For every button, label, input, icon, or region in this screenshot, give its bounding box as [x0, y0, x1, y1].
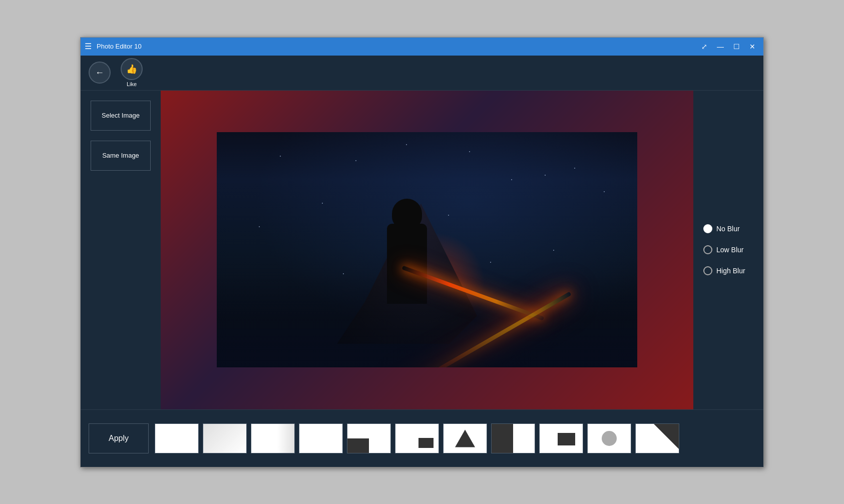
particle	[511, 179, 512, 180]
filter-thumbnails	[155, 423, 679, 453]
filter-thumb-6[interactable]	[395, 423, 439, 453]
blur-option-low[interactable]: Low Blur	[703, 245, 753, 254]
filter-thumb-9[interactable]	[539, 423, 583, 453]
blur-radio-low	[703, 245, 712, 254]
filter-thumb-8[interactable]	[491, 423, 535, 453]
close-button[interactable]: ✕	[745, 40, 759, 54]
particle	[574, 168, 575, 169]
blur-option-high[interactable]: High Blur	[703, 266, 753, 275]
right-panel: No Blur Low Blur High Blur	[693, 91, 763, 409]
particle	[406, 144, 407, 145]
particle	[604, 191, 605, 192]
filter-thumb-1[interactable]	[155, 423, 199, 453]
filter-thumb-2[interactable]	[203, 423, 247, 453]
blur-label-low: Low Blur	[716, 246, 743, 254]
blur-radio-none	[703, 224, 712, 233]
titlebar: ☰ Photo Editor 10 ⤢ — ☐ ✕	[81, 38, 763, 56]
blur-label-none: No Blur	[716, 225, 740, 233]
resize-button[interactable]: ⤢	[697, 40, 711, 54]
canvas-area	[161, 91, 693, 409]
filter-thumb-5[interactable]	[347, 423, 391, 453]
app-title: Photo Editor 10	[97, 43, 697, 50]
particle	[490, 262, 491, 263]
filter-thumb-10[interactable]	[587, 423, 631, 453]
particle	[469, 151, 470, 152]
blur-label-high: High Blur	[716, 267, 745, 275]
blur-option-none[interactable]: No Blur	[703, 224, 753, 233]
select-image-button[interactable]: Select Image	[91, 101, 151, 131]
particle	[545, 175, 546, 176]
apply-button[interactable]: Apply	[89, 423, 149, 453]
like-button[interactable]: 👍	[121, 58, 143, 80]
filter-thumb-4[interactable]	[299, 423, 343, 453]
particle	[280, 156, 281, 157]
app-window: ☰ Photo Editor 10 ⤢ — ☐ ✕ ← 👍 Like Selec…	[80, 37, 764, 467]
blur-radio-high	[703, 266, 712, 275]
image-container	[161, 91, 693, 409]
hamburger-icon[interactable]: ☰	[85, 42, 92, 51]
window-controls: ⤢ — ☐ ✕	[697, 40, 759, 54]
like-container: 👍 Like	[121, 58, 143, 87]
maximize-button[interactable]: ☐	[729, 40, 743, 54]
toolbar: ← 👍 Like	[81, 56, 763, 91]
particle	[322, 203, 323, 204]
filter-thumb-3[interactable]	[251, 423, 295, 453]
filter-thumb-7[interactable]	[443, 423, 487, 453]
bottom-bar: Apply	[81, 409, 763, 467]
main-content: Select Image Same Image	[81, 91, 763, 409]
particle	[259, 226, 260, 227]
main-image	[217, 132, 637, 367]
sidebar: Select Image Same Image	[81, 91, 161, 409]
head	[392, 199, 422, 229]
minimize-button[interactable]: —	[713, 40, 727, 54]
particle	[553, 250, 554, 251]
like-label: Like	[127, 81, 137, 87]
back-button[interactable]: ←	[89, 62, 111, 84]
filter-thumb-11[interactable]	[635, 423, 679, 453]
bg-trees	[217, 273, 637, 367]
same-image-button[interactable]: Same Image	[91, 141, 151, 171]
